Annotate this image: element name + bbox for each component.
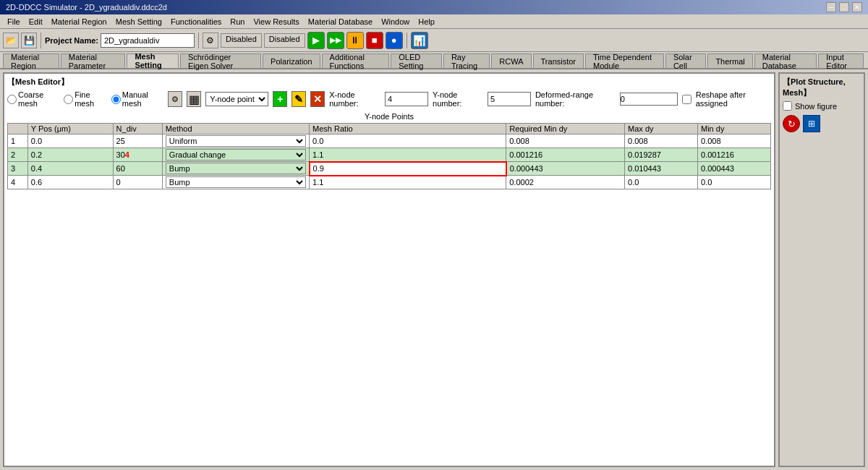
tab-additional-functions[interactable]: Additional Functions (322, 54, 390, 68)
menu-file[interactable]: File (3, 16, 25, 27)
record-button[interactable]: ● (386, 32, 403, 49)
tab-material-region[interactable]: Material Region (3, 54, 59, 68)
coarse-mesh-radio-group[interactable]: Coarse mesh (7, 90, 59, 108)
table-row[interactable]: 10.025UniformGradual changeBump0.00.0080… (8, 134, 771, 148)
col-header-req-min-dy: Required Min dy (506, 124, 625, 134)
tab-solar-cell[interactable]: Solar Cell (665, 54, 706, 68)
tab-mesh-setting[interactable]: Mesh Setting (127, 54, 179, 68)
project-name-input[interactable] (101, 33, 195, 48)
refresh-plot-button[interactable]: ↻ (783, 115, 800, 132)
cell-ndiv: 25 (113, 134, 162, 148)
cell-req-min-dy: 0.0002 (506, 176, 625, 189)
menu-window[interactable]: Window (377, 16, 414, 27)
disabled-btn-1[interactable]: Disabled (221, 33, 262, 48)
cell-ndiv: 0 (113, 176, 162, 189)
menu-view-results[interactable]: View Results (249, 16, 303, 27)
tab-polarization[interactable]: Polarization (263, 54, 320, 68)
ratio-input[interactable] (313, 164, 503, 173)
play-button[interactable]: ▶ (307, 32, 325, 49)
tab-schrodinger[interactable]: Schrödinger Eigen Solver (180, 54, 261, 68)
fine-mesh-radio[interactable] (64, 95, 73, 104)
method-dropdown[interactable]: UniformGradual changeBump (166, 149, 306, 161)
cell-method[interactable]: UniformGradual changeBump (162, 134, 309, 148)
fine-mesh-radio-group[interactable]: Fine mesh (64, 90, 107, 108)
stop-button[interactable]: ■ (366, 32, 383, 49)
coarse-mesh-radio[interactable] (7, 95, 17, 104)
cell-ratio[interactable] (310, 162, 506, 176)
chart-button[interactable]: 📊 (411, 32, 428, 49)
open-folder-button[interactable]: 📂 (3, 33, 19, 48)
method-dropdown[interactable]: UniformGradual changeBump (166, 163, 306, 174)
toolbar-separator-3 (407, 33, 407, 48)
cell-method[interactable]: UniformGradual changeBump (162, 176, 309, 189)
table-row[interactable]: 20.2304UniformGradual changeBump1.10.001… (8, 148, 771, 162)
minimize-button[interactable]: ─ (826, 2, 836, 12)
cell-ratio: 1.1 (310, 148, 506, 162)
tab-thermal[interactable]: Thermal (707, 54, 752, 68)
reshape-checkbox[interactable] (682, 95, 692, 104)
tab-transistor[interactable]: Transistor (533, 54, 584, 68)
cell-ndiv: 304 (113, 148, 162, 162)
node-type-dropdown[interactable]: Y-node point X-node point (205, 92, 268, 106)
cell-min-dy: 0.0 (698, 176, 771, 189)
cell-ratio: 0.0 (310, 134, 506, 148)
menu-run[interactable]: Run (226, 16, 249, 27)
cell-req-min-dy: 0.001216 (506, 148, 625, 162)
tab-oled-setting[interactable]: OLED Setting (391, 54, 442, 68)
col-header-method: Method (162, 124, 309, 134)
x-node-label: X-node number: (329, 90, 380, 108)
window-title: 2D-DDCC Simulator - 2D_ygradualdiv.ddcc2… (6, 3, 167, 12)
fast-forward-button[interactable]: ▶▶ (327, 32, 344, 49)
manual-mesh-radio-group[interactable]: Manual mesh (111, 90, 164, 108)
menu-mesh-setting[interactable]: Mesh Setting (111, 16, 166, 27)
col-header-ndiv: N_div (113, 124, 162, 134)
method-dropdown[interactable]: UniformGradual changeBump (166, 176, 306, 188)
menu-material-region[interactable]: Material Region (47, 16, 111, 27)
close-button[interactable]: ✕ (852, 2, 862, 12)
project-label: Project Name: (45, 36, 98, 45)
add-row-button[interactable]: + (273, 91, 287, 107)
disabled-btn-2[interactable]: Disabled (264, 33, 305, 48)
show-figure-checkbox[interactable] (783, 101, 792, 111)
table-row[interactable]: 30.460UniformGradual changeBump0.0004430… (8, 162, 771, 176)
edit-row-button[interactable]: ✎ (292, 91, 306, 107)
table-title: Y-node Points (7, 112, 771, 121)
table-section: Y-node Points Y Pos (μm) N_div Method Me… (7, 112, 771, 189)
col-header-ypos: Y Pos (μm) (27, 124, 113, 134)
tab-input-editor[interactable]: Input Editor (818, 54, 864, 68)
x-node-input[interactable] (385, 92, 428, 106)
tab-rcwa[interactable]: RCWA (491, 54, 531, 68)
col-header-ratio: Mesh Ratio (310, 124, 506, 134)
tab-material-database[interactable]: Material Database (754, 54, 817, 68)
tab-time-dependent[interactable]: Time Dependent Module (585, 54, 664, 68)
menu-help[interactable]: Help (414, 16, 439, 27)
mesh-settings-button[interactable]: ⚙ (168, 91, 182, 107)
menu-functionalities[interactable]: Functionalities (166, 16, 226, 27)
deformed-range-input[interactable] (620, 93, 678, 106)
window-controls[interactable]: ─ □ ✕ (826, 2, 862, 12)
toolbar: 📂 💾 Project Name: ⚙ Disabled Disabled ▶ … (0, 29, 868, 52)
maximize-button[interactable]: □ (839, 2, 849, 12)
pause-button[interactable]: ⏸ (346, 32, 364, 49)
cell-min-dy: 0.000443 (698, 162, 771, 176)
tab-ray-tracing[interactable]: Ray Tracing (443, 54, 490, 68)
mesh-pattern-button[interactable]: ▦ (187, 91, 201, 107)
menu-material-database[interactable]: Material Database (304, 16, 377, 27)
cell-max-dy: 0.0 (625, 176, 698, 189)
tab-material-parameter[interactable]: Material Parameter (61, 54, 126, 68)
method-dropdown[interactable]: UniformGradual changeBump (166, 135, 306, 147)
menu-bar: File Edit Material Region Mesh Setting F… (0, 14, 868, 29)
col-header-max-dy: Max dy (625, 124, 698, 134)
cell-method[interactable]: UniformGradual changeBump (162, 162, 309, 176)
grid-view-button[interactable]: ⊞ (803, 115, 820, 132)
manual-mesh-radio[interactable] (111, 95, 121, 104)
menu-edit[interactable]: Edit (25, 16, 47, 27)
delete-row-button[interactable]: ✕ (310, 91, 325, 107)
config-button[interactable]: ⚙ (203, 33, 218, 48)
cell-method[interactable]: UniformGradual changeBump (162, 148, 309, 162)
save-button[interactable]: 💾 (21, 33, 37, 48)
controls-row: Coarse mesh Fine mesh Manual mesh ⚙ ▦ Y-… (7, 90, 771, 108)
y-node-input[interactable] (488, 92, 531, 106)
table-row[interactable]: 40.60UniformGradual changeBump1.10.00020… (8, 176, 771, 189)
show-figure-label: Show figure (795, 102, 837, 111)
